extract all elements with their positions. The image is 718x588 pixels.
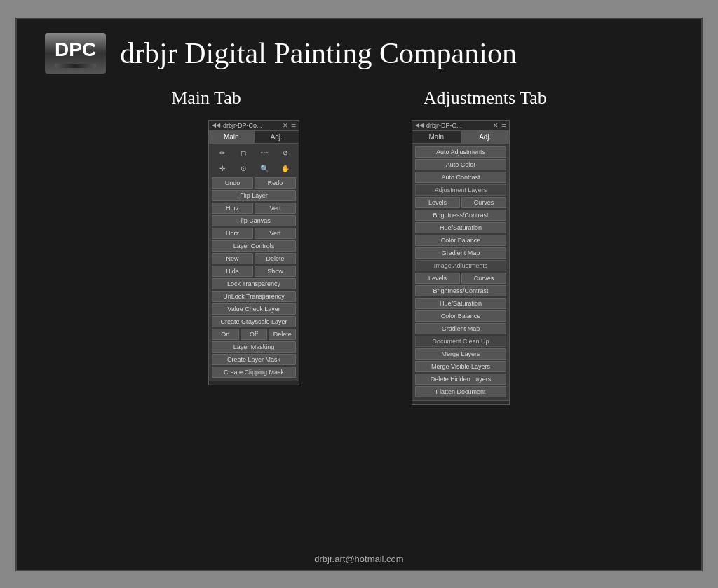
adj-tab-heading: Adjustments Tab [424,88,547,109]
hide-show-row: Hide Show [212,266,296,277]
redo-button[interactable]: Redo [255,177,296,189]
adj-titlebar-arrows[interactable]: ◀◀ [415,122,424,128]
hide-button[interactable]: Hide [212,266,253,277]
hue-saturation2-button[interactable]: Hue/Saturation [415,298,506,309]
header: DPC drbjr Digital Painting Companion [17,19,701,81]
brightness-contrast2-button[interactable]: Brightness/Contrast [415,285,506,296]
app-title: drbjr Digital Painting Companion [120,36,517,70]
levels1-button[interactable]: Levels [415,197,460,208]
new-button[interactable]: New [212,253,253,264]
main-panel-body: ✏ ◻ 〰 ↺ ✛ ⊙ 🔍 ✋ Undo Redo Flip Layer [209,144,299,381]
adj-panel-scrollbar[interactable] [412,400,509,404]
tab-adj[interactable]: Adj. [255,131,299,143]
main-tab-heading: Main Tab [171,88,241,109]
horz-vert-row-1: Horz Vert [212,203,296,214]
move-icon[interactable]: ✛ [217,163,228,175]
zoom-icon[interactable]: 🔍 [259,163,270,175]
adj-panel-title: drbjr-DP-C... [426,122,462,129]
adj-tab-main[interactable]: Main [412,131,461,143]
app-window: DPC drbjr Digital Painting Companion Mai… [15,18,703,571]
menu-icon[interactable]: ☰ [291,122,296,129]
adj-panel: ◀◀ drbjr-DP-C... ✕ ☰ Main Adj. Auto Adju… [412,120,510,405]
auto-adjustments-button[interactable]: Auto Adjustments [415,146,506,158]
lasso-icon[interactable]: ⊙ [238,163,249,175]
history-icon[interactable]: ↺ [280,148,291,159]
adj-close-icon[interactable]: ✕ [493,122,499,129]
hand-icon[interactable]: ✋ [280,163,291,175]
brush-icon[interactable]: ✏ [217,148,228,159]
horz-vert-row-2: Horz Vert [212,228,296,239]
undo-redo-row: Undo Redo [212,177,296,189]
show-button[interactable]: Show [255,266,296,277]
horz1-button[interactable]: Horz [212,203,253,214]
lock-transparency-button[interactable]: Lock Transparency [212,278,296,289]
layer-masking-button[interactable]: Layer Masking [212,341,296,353]
unlock-transparency-button[interactable]: UnLock Transparency [212,291,296,302]
logo-bar [55,64,96,68]
image-adjustments-label: Image Adjustments [415,260,506,271]
on-off-del-row: On Off Delete [212,329,296,340]
gradient-map2-button[interactable]: Gradient Map [415,323,506,334]
panels-container: ◀◀ drbjr-DP-Co... ✕ ☰ Main Adj. ✏ ◻ 〰 ↺ [208,120,510,405]
merge-visible-layers-button[interactable]: Merge Visible Layers [415,361,506,372]
create-grayscale-layer-button[interactable]: Create Grayscale Layer [212,316,296,327]
main-panel: ◀◀ drbjr-DP-Co... ✕ ☰ Main Adj. ✏ ◻ 〰 ↺ [208,120,299,385]
close-icon[interactable]: ✕ [283,122,288,129]
create-clipping-mask-button[interactable]: Create Clipping Mask [212,367,296,378]
flatten-document-button[interactable]: Flatten Document [415,386,506,397]
adj-panel-titlebar: ◀◀ drbjr-DP-C... ✕ ☰ [412,121,509,131]
undo-button[interactable]: Undo [212,177,253,189]
levels-curves-row-1: Levels Curves [415,197,506,208]
tools-row-2: ✛ ⊙ 🔍 ✋ [212,162,296,176]
curves2-button[interactable]: Curves [461,273,506,284]
vert1-button[interactable]: Vert [255,203,296,214]
on-button[interactable]: On [212,329,239,340]
footer: drbjr.art@hotmail.com [309,548,409,570]
auto-color-button[interactable]: Auto Color [415,159,506,170]
titlebar-arrows[interactable]: ◀◀ [212,122,220,128]
smudge-icon[interactable]: 〰 [259,148,270,159]
levels-curves-row-2: Levels Curves [415,273,506,284]
tools-row-1: ✏ ◻ 〰 ↺ [212,146,296,160]
levels2-button[interactable]: Levels [415,273,460,284]
new-delete-row: New Delete [212,253,296,264]
main-panel-scrollbar[interactable] [209,381,299,385]
layer-controls-button[interactable]: Layer Controls [212,240,296,252]
gradient-map1-button[interactable]: Gradient Map [415,247,506,259]
color-balance1-button[interactable]: Color Balance [415,235,506,246]
del2-button[interactable]: Delete [269,329,296,340]
delete-hidden-layers-button[interactable]: Delete Hidden Layers [415,374,506,385]
horz2-button[interactable]: Horz [212,228,253,239]
color-balance2-button[interactable]: Color Balance [415,310,506,322]
tab-main[interactable]: Main [209,131,255,143]
hue-saturation1-button[interactable]: Hue/Saturation [415,222,506,233]
main-panel-titlebar: ◀◀ drbjr-DP-Co... ✕ ☰ [209,121,299,131]
adj-tab-adj[interactable]: Adj. [461,131,510,143]
dpc-logo: DPC [45,33,106,74]
document-clean-up-label: Document Clean Up [415,336,506,347]
email-text: drbjr.art@hotmail.com [314,554,403,564]
auto-contrast-button[interactable]: Auto Contrast [415,172,506,183]
delete-button[interactable]: Delete [255,253,296,264]
adj-panel-body: Auto Adjustments Auto Color Auto Contras… [412,144,509,400]
adjustment-layers-label: Adjustment Layers [415,184,506,196]
main-panel-title: drbjr-DP-Co... [223,122,262,129]
value-check-layer-button[interactable]: Value Check Layer [212,303,296,315]
adj-panel-tabs: Main Adj. [412,131,509,144]
flip-canvas-button[interactable]: Flip Canvas [212,215,296,226]
create-layer-mask-button[interactable]: Create Layer Mask [212,354,296,365]
curves1-button[interactable]: Curves [461,197,506,208]
logo-text: DPC [55,39,96,61]
adj-menu-icon[interactable]: ☰ [501,122,506,129]
off-button[interactable]: Off [241,329,268,340]
flip-layer-button[interactable]: Flip Layer [212,190,296,201]
vert2-button[interactable]: Vert [255,228,296,239]
merge-layers-button[interactable]: Merge Layers [415,348,506,360]
eraser-icon[interactable]: ◻ [238,148,249,159]
main-panel-tabs: Main Adj. [209,131,299,144]
tab-headings: Main Tab Adjustments Tab [171,88,547,109]
brightness-contrast1-button[interactable]: Brightness/Contrast [415,210,506,221]
